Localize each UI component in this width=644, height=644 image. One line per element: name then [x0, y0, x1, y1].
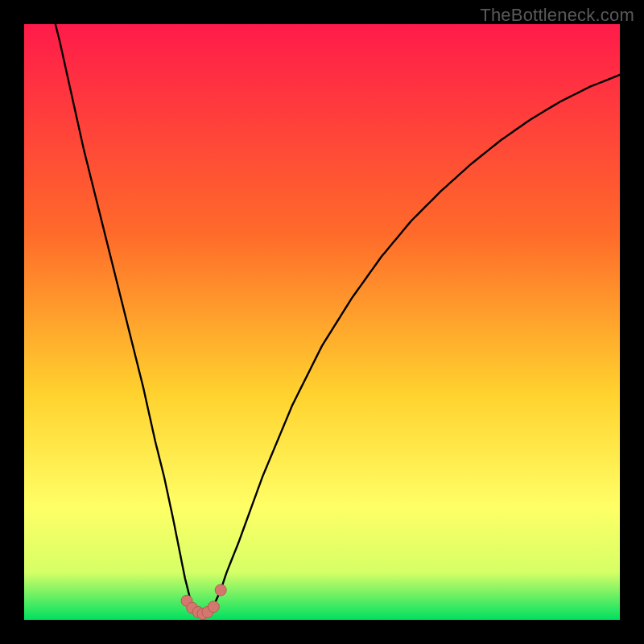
- plot-area: [24, 24, 620, 620]
- chart-frame: TheBottleneck.com: [0, 0, 644, 644]
- curve-marker: [208, 601, 219, 613]
- curve-marker: [215, 584, 226, 596]
- watermark-text: TheBottleneck.com: [480, 5, 634, 26]
- bottleneck-chart: [24, 24, 620, 620]
- gradient-background: [24, 24, 620, 620]
